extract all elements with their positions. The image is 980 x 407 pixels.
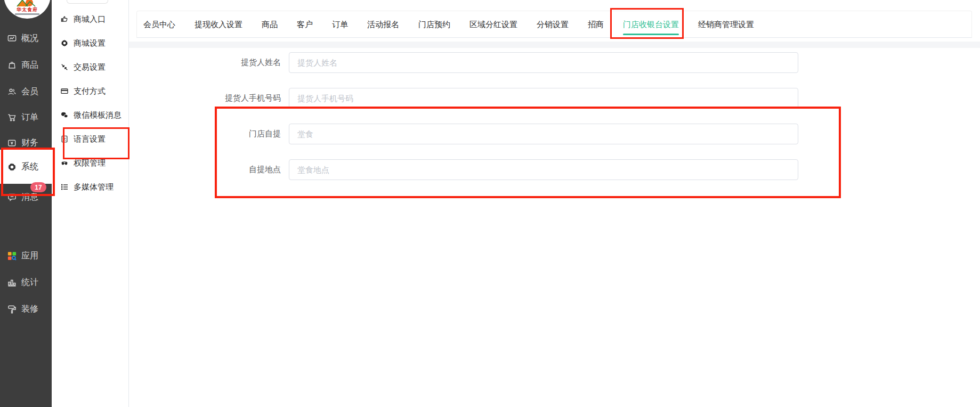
orders-cart-icon [6, 112, 17, 123]
credit-card-icon [60, 87, 69, 96]
subnav-item-label: 支付方式 [74, 86, 106, 96]
subnav-item-label: 多媒体管理 [74, 182, 114, 192]
main-content: 会员中心 提现收入设置 商品 客户 订单 活动报名 门店预约 区域分红设置 分销… [129, 0, 980, 407]
sidebar-item-members[interactable]: 会员 [0, 84, 52, 100]
app-window: 华太食府 概况 商品 [0, 0, 980, 407]
svg-text:文: 文 [62, 137, 66, 141]
form-row-store-pickup: 门店自提 [129, 124, 798, 144]
stats-bars-icon [6, 277, 17, 288]
wechat-icon [60, 111, 69, 120]
tab-investment[interactable]: 招商 [588, 11, 604, 37]
tab-distribution-settings[interactable]: 分销设置 [537, 11, 569, 37]
store-pickup-label: 门店自提 [129, 129, 281, 139]
pickup-location-label: 自提地点 [129, 165, 281, 175]
language-document-icon: 文 [60, 135, 69, 144]
pickup-location-input[interactable] [289, 159, 798, 180]
tab-store-cashier-settings[interactable]: 门店收银台设置 [623, 11, 679, 37]
tab-region-dividend-settings[interactable]: 区域分红设置 [469, 11, 517, 37]
pickup-phone-input[interactable] [289, 88, 798, 109]
tab-dealer-management-settings[interactable]: 经销商管理设置 [698, 11, 754, 37]
goods-bag-icon [6, 60, 17, 70]
sidebar-item-label: 订单 [21, 112, 38, 123]
form-row-pickup-phone: 提货人手机号码 [129, 88, 798, 109]
subnav-item-label: 语言设置 [74, 134, 106, 144]
sidebar-item-label: 应用 [21, 250, 38, 262]
store-pickup-input[interactable] [289, 124, 798, 144]
tab-member-center[interactable]: 会员中心 [143, 11, 175, 37]
sidebar-item-label: 概况 [21, 33, 38, 44]
subnav-item-media-management[interactable]: 多媒体管理 [52, 179, 129, 195]
thumb-up-icon [60, 15, 69, 24]
sidebar-item-goods[interactable]: 商品 [0, 57, 52, 73]
subnav-item-payment-methods[interactable]: 支付方式 [52, 83, 129, 99]
tab-order[interactable]: 订单 [332, 11, 348, 37]
sidebar-item-label: 装修 [21, 304, 38, 315]
system-gear-icon [6, 161, 17, 172]
system-notification-badge: 17 [30, 182, 46, 192]
gear-icon [60, 39, 69, 48]
subnav-item-label: 交易设置 [74, 62, 106, 72]
subnav-item-label: 商城入口 [74, 14, 106, 25]
logo-mountain-icon [15, 0, 39, 7]
subnav-item-mall-entry[interactable]: 商城入口 [52, 11, 129, 27]
primary-sidebar: 华太食府 概况 商品 [0, 0, 52, 407]
section-divider-band [129, 42, 980, 48]
pickup-name-label: 提货人姓名 [129, 58, 281, 68]
secondary-sidebar: 商城入口 商城设置 交易设置 [52, 0, 129, 407]
apps-grid-icon [6, 250, 17, 261]
sidebar-item-label: 商品 [21, 60, 38, 71]
sidebar-item-label: 财务 [21, 137, 38, 149]
logo-subtitle-bar [15, 13, 39, 15]
sidebar-item-orders[interactable]: 订单 [0, 109, 52, 125]
subnav-item-permission-management[interactable]: 权限管理 [52, 155, 129, 171]
tab-goods[interactable]: 商品 [262, 11, 278, 37]
sidebar-item-stats[interactable]: 统计 [0, 274, 52, 290]
tab-withdraw-income-settings[interactable]: 提现收入设置 [195, 11, 242, 37]
finance-icon [6, 137, 17, 148]
sidebar-item-overview[interactable]: 概况 [0, 30, 52, 46]
settings-tab-bar: 会员中心 提现收入设置 商品 客户 订单 活动报名 门店预约 区域分红设置 分销… [136, 11, 972, 38]
sidebar-item-label: 会员 [21, 86, 38, 97]
sidebar-item-system[interactable]: 系统 [0, 159, 52, 175]
sidebar-item-apps[interactable]: 应用 [0, 248, 52, 264]
brand-logo: 华太食府 [4, 0, 51, 19]
form-row-pickup-location: 自提地点 [129, 159, 798, 180]
sidebar-item-label: 统计 [21, 277, 38, 288]
pickup-phone-label: 提货人手机号码 [129, 93, 281, 103]
sidebar-item-label: 系统 [21, 161, 38, 173]
tab-store-reservation[interactable]: 门店预约 [418, 11, 450, 37]
subnav-item-label: 微信模板消息 [74, 110, 122, 120]
sidebar-item-label: 消息 [21, 192, 38, 203]
sidebar-active-row-background: 系统 [0, 150, 52, 184]
subnav-item-trade-settings[interactable]: 交易设置 [52, 59, 129, 75]
pickup-name-input[interactable] [289, 52, 798, 73]
subnav-item-language-settings[interactable]: 文 语言设置 [52, 131, 129, 147]
subnav-item-wechat-template-message[interactable]: 微信模板消息 [52, 107, 129, 123]
members-icon [6, 86, 17, 97]
mask-icon [60, 159, 69, 168]
message-bubble-icon [6, 192, 17, 202]
logo-text: 华太食府 [4, 7, 51, 12]
truncated-item-fragment [67, 0, 108, 4]
subnav-item-label: 权限管理 [74, 158, 106, 168]
list-icon [60, 183, 69, 192]
tab-activity-signup[interactable]: 活动报名 [367, 11, 399, 37]
sidebar-item-decorate[interactable]: 装修 [0, 301, 52, 317]
overview-icon [6, 33, 17, 44]
compress-arrows-icon [60, 63, 69, 72]
subnav-item-label: 商城设置 [74, 38, 106, 48]
paint-roller-icon [6, 304, 17, 314]
form-row-pickup-name: 提货人姓名 [129, 52, 798, 73]
tab-customer[interactable]: 客户 [297, 11, 313, 37]
subnav-item-mall-settings[interactable]: 商城设置 [52, 35, 129, 51]
sidebar-item-finance[interactable]: 财务 [0, 135, 52, 151]
